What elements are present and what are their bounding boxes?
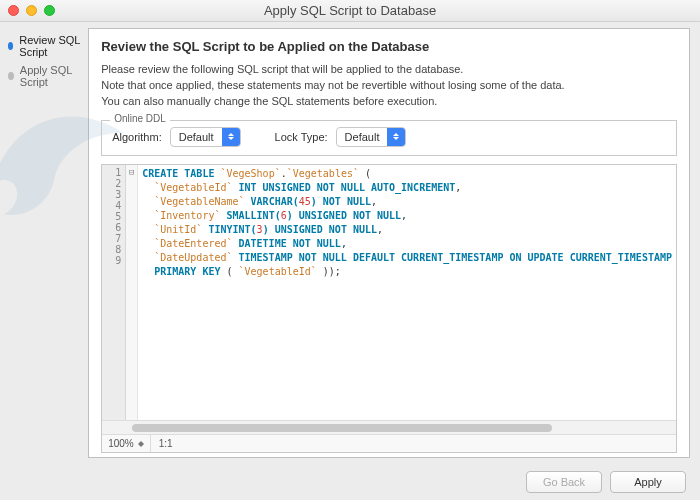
minimize-icon[interactable] [26, 5, 37, 16]
zoom-icon[interactable] [44, 5, 55, 16]
zoom-value: 100% [108, 438, 134, 449]
wizard-sidebar: Review SQL Script Apply SQL Script [0, 22, 88, 464]
sql-editor[interactable]: 1 2 3 4 5 6 7 8 9 ⊟ CREATE TABLE `VegeSh… [101, 164, 677, 453]
zoom-control[interactable]: 100% [102, 435, 151, 452]
close-icon[interactable] [8, 5, 19, 16]
intro-line: Please review the following SQL script t… [101, 62, 677, 78]
fold-column[interactable]: ⊟ [126, 165, 138, 420]
select-value: Default [337, 131, 388, 143]
intro-line: Note that once applied, these statements… [101, 78, 677, 94]
dialog-footer: Go Back Apply [0, 464, 700, 500]
online-ddl-group: Online DDL Algorithm: Default Lock Type:… [101, 120, 677, 156]
select-value: Default [171, 131, 222, 143]
locktype-label: Lock Type: [275, 131, 328, 143]
apply-button[interactable]: Apply [610, 471, 686, 493]
intro-text: Please review the following SQL script t… [101, 62, 677, 110]
step-dot-icon [8, 72, 14, 80]
window-titlebar: Apply SQL Script to Database [0, 0, 700, 22]
wizard-step-review[interactable]: Review SQL Script [8, 34, 80, 58]
page-title: Review the SQL Script to be Applied on t… [101, 39, 677, 54]
chevron-updown-icon [222, 128, 240, 146]
algorithm-select[interactable]: Default [170, 127, 241, 147]
window-controls [8, 5, 55, 16]
scrollbar-thumb[interactable] [132, 424, 552, 432]
window-title: Apply SQL Script to Database [264, 3, 436, 18]
main-panel: Review the SQL Script to be Applied on t… [88, 28, 690, 458]
code-area[interactable]: CREATE TABLE `VegeShop`.`Vegetables` ( `… [138, 165, 676, 420]
step-dot-icon [8, 42, 13, 50]
wizard-step-label: Review SQL Script [19, 34, 80, 58]
horizontal-scrollbar[interactable] [102, 420, 676, 434]
line-gutter: 1 2 3 4 5 6 7 8 9 [102, 165, 126, 420]
locktype-select[interactable]: Default [336, 127, 407, 147]
spinner-icon[interactable] [138, 441, 144, 447]
wizard-step-label: Apply SQL Script [20, 64, 80, 88]
go-back-button: Go Back [526, 471, 602, 493]
wizard-step-apply[interactable]: Apply SQL Script [8, 64, 80, 88]
editor-statusbar: 100% 1:1 [102, 434, 676, 452]
cursor-position: 1:1 [151, 438, 181, 449]
intro-line: You can also manually change the SQL sta… [101, 94, 677, 110]
fold-toggle-icon[interactable]: ⊟ [126, 167, 137, 177]
chevron-updown-icon [387, 128, 405, 146]
group-legend: Online DDL [110, 113, 170, 124]
algorithm-label: Algorithm: [112, 131, 162, 143]
